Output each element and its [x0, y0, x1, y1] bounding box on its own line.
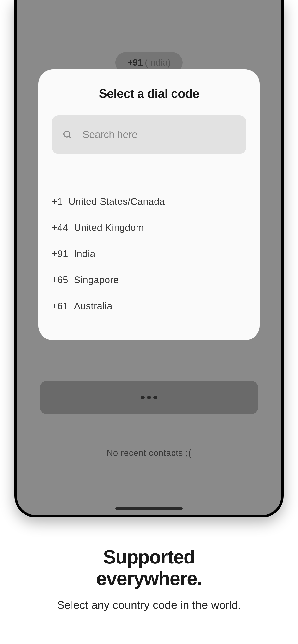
country-item-india[interactable]: +91 India	[52, 241, 246, 267]
country-item-singapore[interactable]: +65 Singapore	[52, 267, 246, 293]
country-item-australia[interactable]: +61 Australia	[52, 293, 246, 319]
selected-country-label: (India)	[145, 58, 171, 68]
country-dial-code: +44	[52, 222, 68, 233]
divider	[52, 172, 246, 173]
marketing-section: Supported everywhere. Select any country…	[0, 546, 298, 612]
search-input[interactable]	[83, 129, 236, 140]
country-dial-code: +65	[52, 274, 68, 285]
marketing-title: Supported everywhere.	[29, 546, 269, 589]
country-dial-code: +1	[52, 196, 63, 207]
search-box[interactable]	[52, 116, 246, 154]
phone-frame: +91 (India) No recent contacts ;( Select…	[14, 0, 284, 518]
modal-title: Select a dial code	[52, 86, 246, 100]
country-name: Australia	[74, 301, 112, 312]
search-icon	[62, 130, 72, 140]
country-name: United States/Canada	[69, 196, 165, 207]
country-dial-code: +61	[52, 301, 68, 312]
no-contacts-message: No recent contacts ;(	[17, 448, 281, 458]
loading-dots-icon	[141, 396, 157, 400]
country-list[interactable]: +1 United States/Canada +44 United Kingd…	[52, 188, 246, 319]
country-item-us-canada[interactable]: +1 United States/Canada	[52, 188, 246, 215]
dial-code-picker-modal: Select a dial code +1 United States/Cana…	[38, 70, 260, 340]
selected-dial-code: +91	[127, 58, 143, 68]
marketing-subtitle: Select any country code in the world.	[29, 598, 269, 612]
country-name: India	[74, 248, 95, 259]
country-name: United Kingdom	[74, 222, 144, 233]
svg-point-0	[64, 131, 70, 137]
country-item-uk[interactable]: +44 United Kingdom	[52, 215, 246, 241]
submit-button[interactable]	[40, 381, 258, 414]
phone-screen: +91 (India) No recent contacts ;( Select…	[17, 0, 281, 515]
country-dial-code: +91	[52, 248, 68, 259]
home-indicator[interactable]	[115, 508, 183, 510]
country-name: Singapore	[74, 274, 119, 285]
svg-line-1	[69, 136, 71, 138]
